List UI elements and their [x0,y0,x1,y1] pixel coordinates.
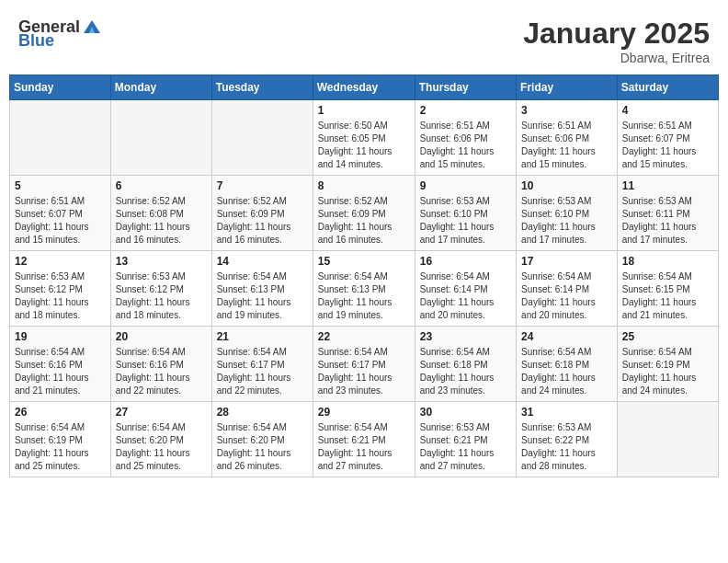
day-info: Sunrise: 6:54 AM Sunset: 6:17 PM Dayligh… [318,346,410,397]
day-number: 22 [318,330,410,343]
day-info: Sunrise: 6:54 AM Sunset: 6:19 PM Dayligh… [15,421,106,473]
day-info: Sunrise: 6:54 AM Sunset: 6:21 PM Dayligh… [318,421,410,473]
title-block: January 2025 Dbarwa, Eritrea [523,17,710,65]
logo-icon [82,17,102,37]
weekday-header-monday: Monday [110,75,211,100]
day-info: Sunrise: 6:54 AM Sunset: 6:14 PM Dayligh… [420,270,511,322]
calendar-cell [617,402,718,477]
day-number: 3 [521,104,612,117]
day-number: 28 [217,406,308,419]
day-number: 15 [318,255,410,268]
calendar-cell [211,100,313,176]
day-info: Sunrise: 6:54 AM Sunset: 6:19 PM Dayligh… [622,346,713,397]
calendar-week-row: 26Sunrise: 6:54 AM Sunset: 6:19 PM Dayli… [10,402,719,477]
location-subtitle: Dbarwa, Eritrea [523,51,710,65]
day-number: 20 [116,330,207,343]
day-info: Sunrise: 6:53 AM Sunset: 6:22 PM Dayligh… [521,421,612,473]
weekday-header-saturday: Saturday [617,75,718,100]
calendar-cell: 6Sunrise: 6:52 AM Sunset: 6:08 PM Daylig… [110,176,211,251]
calendar-week-row: 12Sunrise: 6:53 AM Sunset: 6:12 PM Dayli… [10,251,719,327]
calendar-cell: 31Sunrise: 6:53 AM Sunset: 6:22 PM Dayli… [517,402,618,477]
day-info: Sunrise: 6:54 AM Sunset: 6:17 PM Dayligh… [217,346,308,397]
day-number: 5 [15,179,106,192]
day-number: 1 [318,104,410,117]
day-number: 10 [521,179,612,192]
day-info: Sunrise: 6:54 AM Sunset: 6:13 PM Dayligh… [217,270,308,322]
day-info: Sunrise: 6:54 AM Sunset: 6:16 PM Dayligh… [116,346,207,397]
calendar-cell [110,100,211,176]
calendar-week-row: 5Sunrise: 6:51 AM Sunset: 6:07 PM Daylig… [10,176,719,251]
day-info: Sunrise: 6:54 AM Sunset: 6:18 PM Dayligh… [521,346,612,397]
day-info: Sunrise: 6:53 AM Sunset: 6:10 PM Dayligh… [521,195,612,247]
day-info: Sunrise: 6:51 AM Sunset: 6:06 PM Dayligh… [521,120,612,171]
calendar-cell: 8Sunrise: 6:52 AM Sunset: 6:09 PM Daylig… [313,176,415,251]
day-number: 8 [318,179,410,192]
calendar-cell: 28Sunrise: 6:54 AM Sunset: 6:20 PM Dayli… [211,402,313,477]
day-info: Sunrise: 6:51 AM Sunset: 6:06 PM Dayligh… [420,120,511,171]
day-info: Sunrise: 6:52 AM Sunset: 6:08 PM Dayligh… [116,195,207,247]
day-number: 4 [622,104,713,117]
day-info: Sunrise: 6:51 AM Sunset: 6:07 PM Dayligh… [622,120,713,171]
calendar-cell: 2Sunrise: 6:51 AM Sunset: 6:06 PM Daylig… [415,100,516,176]
day-number: 31 [521,406,612,419]
logo: General Blue [18,17,102,51]
calendar-table: SundayMondayTuesdayWednesdayThursdayFrid… [9,75,719,477]
calendar-header-row: SundayMondayTuesdayWednesdayThursdayFrid… [10,75,719,100]
day-info: Sunrise: 6:54 AM Sunset: 6:20 PM Dayligh… [217,421,308,473]
day-number: 17 [521,255,612,268]
calendar-cell: 25Sunrise: 6:54 AM Sunset: 6:19 PM Dayli… [617,327,718,402]
day-number: 6 [116,179,207,192]
calendar-cell: 17Sunrise: 6:54 AM Sunset: 6:14 PM Dayli… [517,251,618,327]
calendar-cell: 10Sunrise: 6:53 AM Sunset: 6:10 PM Dayli… [517,176,618,251]
page-header: General Blue January 2025 Dbarwa, Eritre… [9,9,719,69]
calendar-cell: 4Sunrise: 6:51 AM Sunset: 6:07 PM Daylig… [617,100,718,176]
day-number: 9 [420,179,511,192]
day-number: 11 [622,179,713,192]
day-number: 12 [15,255,106,268]
calendar-cell: 21Sunrise: 6:54 AM Sunset: 6:17 PM Dayli… [211,327,313,402]
weekday-header-friday: Friday [517,75,618,100]
day-number: 16 [420,255,511,268]
day-info: Sunrise: 6:51 AM Sunset: 6:07 PM Dayligh… [15,195,106,247]
calendar-cell: 12Sunrise: 6:53 AM Sunset: 6:12 PM Dayli… [10,251,111,327]
day-number: 27 [116,406,207,419]
calendar-cell: 27Sunrise: 6:54 AM Sunset: 6:20 PM Dayli… [110,402,211,477]
logo-blue: Blue [18,31,54,51]
calendar-cell: 23Sunrise: 6:54 AM Sunset: 6:18 PM Dayli… [415,327,516,402]
calendar-cell: 1Sunrise: 6:50 AM Sunset: 6:05 PM Daylig… [313,100,415,176]
calendar-cell: 13Sunrise: 6:53 AM Sunset: 6:12 PM Dayli… [110,251,211,327]
day-number: 30 [420,406,511,419]
day-info: Sunrise: 6:54 AM Sunset: 6:15 PM Dayligh… [622,270,713,322]
day-info: Sunrise: 6:54 AM Sunset: 6:18 PM Dayligh… [420,346,511,397]
day-number: 29 [318,406,410,419]
day-info: Sunrise: 6:53 AM Sunset: 6:21 PM Dayligh… [420,421,511,473]
calendar-cell: 14Sunrise: 6:54 AM Sunset: 6:13 PM Dayli… [211,251,313,327]
day-number: 13 [116,255,207,268]
day-number: 19 [15,330,106,343]
day-number: 25 [622,330,713,343]
calendar-cell: 11Sunrise: 6:53 AM Sunset: 6:11 PM Dayli… [617,176,718,251]
day-number: 7 [217,179,308,192]
weekday-header-thursday: Thursday [415,75,516,100]
day-info: Sunrise: 6:53 AM Sunset: 6:10 PM Dayligh… [420,195,511,247]
day-number: 21 [217,330,308,343]
weekday-header-tuesday: Tuesday [211,75,313,100]
calendar-cell: 15Sunrise: 6:54 AM Sunset: 6:13 PM Dayli… [313,251,415,327]
day-number: 26 [15,406,106,419]
day-info: Sunrise: 6:54 AM Sunset: 6:20 PM Dayligh… [116,421,207,473]
day-info: Sunrise: 6:52 AM Sunset: 6:09 PM Dayligh… [217,195,308,247]
calendar-cell: 9Sunrise: 6:53 AM Sunset: 6:10 PM Daylig… [415,176,516,251]
day-info: Sunrise: 6:50 AM Sunset: 6:05 PM Dayligh… [318,120,410,171]
day-number: 14 [217,255,308,268]
calendar-cell: 26Sunrise: 6:54 AM Sunset: 6:19 PM Dayli… [10,402,111,477]
calendar-cell: 30Sunrise: 6:53 AM Sunset: 6:21 PM Dayli… [415,402,516,477]
calendar-week-row: 19Sunrise: 6:54 AM Sunset: 6:16 PM Dayli… [10,327,719,402]
weekday-header-wednesday: Wednesday [313,75,415,100]
calendar-cell: 3Sunrise: 6:51 AM Sunset: 6:06 PM Daylig… [517,100,618,176]
calendar-cell: 16Sunrise: 6:54 AM Sunset: 6:14 PM Dayli… [415,251,516,327]
day-info: Sunrise: 6:53 AM Sunset: 6:12 PM Dayligh… [116,270,207,322]
day-number: 2 [420,104,511,117]
weekday-header-sunday: Sunday [10,75,111,100]
calendar-cell: 24Sunrise: 6:54 AM Sunset: 6:18 PM Dayli… [517,327,618,402]
calendar-cell: 18Sunrise: 6:54 AM Sunset: 6:15 PM Dayli… [617,251,718,327]
